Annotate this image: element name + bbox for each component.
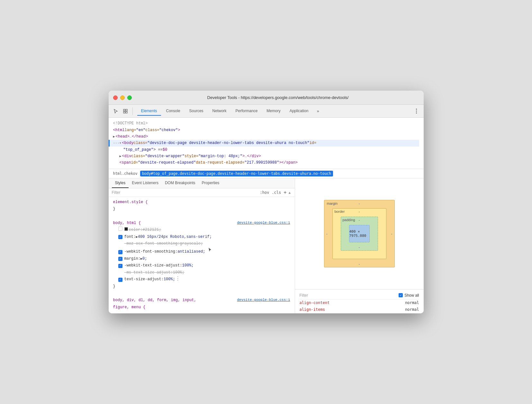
svg-rect-1: [126, 109, 127, 111]
css-prop-moz-smoothing: -moz-osx-font-smoothing: grayscale;: [113, 240, 290, 247]
box-model-area: margin - border - padding -: [295, 178, 424, 289]
breadcrumb-html[interactable]: html.chekov: [113, 171, 138, 176]
computed-row-align-items: align-items normal: [300, 306, 419, 313]
margin-top-value: -: [359, 202, 360, 205]
html-line-div[interactable]: ▶<div class="devsite-wrapper" style="mar…: [113, 153, 419, 159]
toolbar-icons: [112, 107, 133, 115]
prop-checkbox-webkit-smoothing[interactable]: [118, 250, 122, 254]
tab-properties[interactable]: Properties: [199, 178, 223, 188]
cursor-indicator: [208, 247, 212, 256]
css-prop-ms-text-size: -ms-text-size-adjust: 100%;: [113, 269, 290, 276]
tab-memory[interactable]: Memory: [263, 107, 284, 116]
devtools-toolbar: Elements Console Sources Network Perform…: [109, 105, 424, 118]
tab-network[interactable]: Network: [209, 107, 230, 116]
css-source-link2[interactable]: devsite-google-blue.css:1: [237, 297, 290, 303]
add-style-button[interactable]: +: [284, 190, 286, 195]
color-swatch[interactable]: [124, 227, 128, 231]
border-top-value: -: [359, 210, 360, 213]
cursor-icon[interactable]: [112, 107, 120, 115]
prop-checkbox-font[interactable]: [118, 235, 122, 239]
margin-right: -: [391, 232, 393, 236]
prop-checkbox-webkit-text[interactable]: [118, 264, 122, 268]
html-line-head[interactable]: ▶<head>…</head>: [113, 133, 419, 140]
pseudo-filter-button[interactable]: :hov: [260, 190, 269, 195]
tab-sources[interactable]: Sources: [185, 107, 207, 116]
prop-checkbox-margin[interactable]: [118, 257, 122, 261]
titlebar: Developer Tools - https://developers.goo…: [109, 91, 424, 105]
css-prop-text-size[interactable]: text-size-adjust: 100%; ⋮: [113, 276, 290, 283]
html-line-body-id: "top_of_page"> == $0: [113, 147, 419, 153]
close-button[interactable]: [113, 95, 118, 100]
html-line-body[interactable]: ···▾<body class="devsite-doc-page devsit…: [109, 140, 419, 146]
margin-left: -: [326, 232, 328, 236]
svg-rect-2: [123, 112, 125, 113]
css-rule-selector-body: body, html { devsite-google-blue.css:1: [113, 220, 290, 227]
margin-bottom: -: [358, 262, 360, 266]
computed-row-align-content: align-content normal: [300, 300, 419, 307]
breadcrumb-body[interactable]: body#top_of_page.devsite-doc-page.devsit…: [140, 171, 333, 176]
devtools-window: Developer Tools - https://developers.goo…: [109, 91, 424, 313]
prop-checkbox-text-size[interactable]: [118, 278, 122, 282]
maximize-button[interactable]: [127, 95, 132, 100]
tab-event-listeners[interactable]: Event Listeners: [129, 178, 162, 188]
show-all-checkbox[interactable]: ✓: [399, 293, 403, 297]
filter-arrow: ▲: [288, 191, 292, 194]
show-all-label: Show all: [404, 293, 419, 298]
computed-prop-align-content: align-content: [300, 300, 330, 307]
styles-filter-bar: Filter :hov .cls + ▲: [109, 188, 295, 197]
computed-val-align-items: normal: [405, 306, 419, 313]
css-rule-element-style: element.style { }: [113, 199, 290, 213]
tab-console[interactable]: Console: [162, 107, 184, 116]
padding-top-value: -: [359, 218, 360, 222]
computed-val-align-content: normal: [405, 300, 419, 307]
html-line-span[interactable]: <span id="devsite-request-elapsed" data-…: [113, 159, 419, 166]
tab-styles[interactable]: Styles: [112, 178, 129, 188]
css-rules: element.style { } body, html { devsite-g…: [109, 197, 295, 313]
cls-filter-button[interactable]: .cls: [272, 190, 281, 195]
tab-performance[interactable]: Performance: [232, 107, 262, 116]
tab-application[interactable]: Application: [286, 107, 312, 116]
collapse-icon[interactable]: ▾: [119, 140, 121, 146]
content-size: 400 × 7975.080: [349, 229, 369, 238]
tab-dom-breakpoints[interactable]: DOM Breakpoints: [162, 178, 199, 188]
svg-rect-3: [126, 112, 127, 113]
prop-checkbox-color[interactable]: [118, 227, 122, 231]
css-source-link[interactable]: devsite-google-blue.css:1: [237, 220, 290, 226]
expand-div-icon[interactable]: ▶: [120, 154, 122, 159]
html-panel: <!DOCTYPE html> <html lang="en" class="c…: [109, 118, 424, 169]
computed-filter-bar: Filter ✓ Show all: [300, 292, 419, 300]
devtools-content: <!DOCTYPE html> <html lang="en" class="c…: [109, 118, 424, 313]
window-title: Developer Tools - https://developers.goo…: [137, 95, 419, 100]
border-label: border: [333, 209, 347, 214]
inspector-icon[interactable]: [122, 107, 129, 115]
filter-placeholder: Filter: [112, 190, 260, 195]
padding-label: padding: [341, 217, 357, 223]
three-dots-menu[interactable]: ⋮: [175, 276, 180, 282]
box-model: margin - border - padding -: [324, 200, 395, 267]
css-prop-webkit-smoothing[interactable]: -webkit-font-smoothing: antialiased;: [113, 247, 290, 256]
devtools-menu-button[interactable]: [413, 107, 420, 115]
bottom-pane: Styles Event Listeners DOM Breakpoints P…: [109, 178, 424, 313]
css-prop-margin[interactable]: margin: ▶ 0;: [113, 256, 290, 263]
breadcrumb: html.chekov body#top_of_page.devsite-doc…: [109, 169, 424, 178]
computed-prop-align-items: align-items: [300, 306, 325, 313]
html-line-html-tag[interactable]: <html lang="en" class="chekov">: [113, 127, 419, 133]
traffic-lights: [113, 95, 132, 100]
html-line-doctype: <!DOCTYPE html>: [113, 120, 419, 127]
css-prop-webkit-text-size[interactable]: -webkit-text-size-adjust: 100%;: [113, 262, 290, 269]
css-rule-selector-body-div: body, div, dl, dd, form, img, input, dev…: [113, 297, 290, 304]
padding-bottom: -: [358, 245, 360, 249]
css-prop-font[interactable]: font: ▶ 400 16px/24px Roboto,sans-serif;: [113, 234, 290, 241]
minimize-button[interactable]: [120, 95, 125, 100]
styles-panel: Styles Event Listeners DOM Breakpoints P…: [109, 178, 295, 313]
computed-section: Filter ✓ Show all align-content normal: [295, 289, 424, 313]
more-tabs-button[interactable]: »: [315, 107, 321, 115]
styles-tabs: Styles Event Listeners DOM Breakpoints P…: [109, 178, 295, 188]
css-rule-body-html: body, html { devsite-google-blue.css:1 c…: [113, 220, 290, 290]
boxmodel-computed-panel: margin - border - padding -: [295, 178, 424, 313]
expand-icon[interactable]: ▶: [113, 134, 115, 139]
svg-rect-0: [123, 109, 125, 111]
computed-filter-placeholder: Filter: [300, 293, 396, 298]
tab-elements[interactable]: Elements: [137, 107, 161, 116]
css-prop-color[interactable]: color: #212121;: [113, 227, 290, 234]
